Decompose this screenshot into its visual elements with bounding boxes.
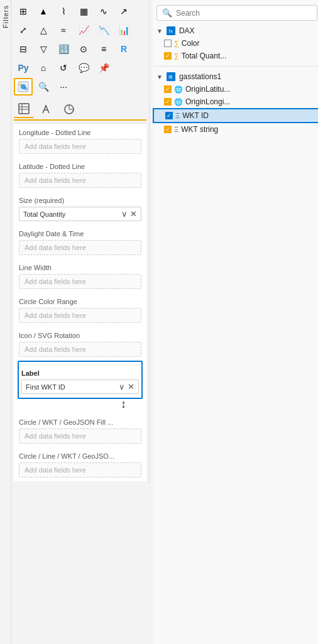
wkt-id-checkbox[interactable]: ✓ [165, 112, 173, 119]
label-actions: ∨ ✕ [119, 382, 134, 391]
color-label: Color [182, 39, 200, 48]
panel-tabs [14, 101, 146, 121]
origin-long-label: OriginLongi... [185, 97, 230, 106]
icon-grid2[interactable]: ⊟ [14, 40, 33, 58]
calc-icon: ∑ [174, 40, 179, 47]
gasstations-group-label: gasstations1 [179, 72, 221, 81]
icon-expand[interactable]: ⤢ [14, 21, 33, 39]
label-value: First WKT ID [26, 383, 119, 391]
icon-water[interactable]: ≈ [54, 21, 73, 39]
icon-funnel[interactable]: ▽ [34, 40, 53, 58]
circle-color-label: Circle Color Range [14, 293, 146, 307]
icon-line-chart[interactable]: ⌇ [54, 3, 73, 20]
icon-bar2[interactable]: 📊 [114, 21, 133, 39]
tab-format[interactable] [36, 101, 57, 118]
icon-table[interactable]: ⊞ [14, 3, 33, 20]
label-section-box: Label First WKT ID ∨ ✕ [18, 361, 143, 399]
wkt-id-item[interactable]: ✓ Ξ WKT ID [153, 108, 318, 123]
icon-bar-chart[interactable]: ▦ [74, 3, 93, 20]
icon-svg-label: Icon / SVG Rotation [14, 327, 146, 341]
origin-lat-label: OriginLatitu... [185, 85, 230, 94]
icon-home[interactable]: ⌂ [34, 59, 53, 77]
icon-list[interactable]: ≡ [94, 40, 113, 58]
icon-dots[interactable]: ··· [54, 78, 73, 96]
origin-lat-item[interactable]: ✓ 🌐 OriginLatitu... [153, 83, 318, 96]
wkt-string-item[interactable]: ✓ Ξ WKT string [153, 123, 318, 136]
size-field[interactable]: Total Quantity ∨ ✕ [19, 207, 141, 221]
icon-circle[interactable]: ⊙ [74, 40, 93, 58]
size-actions: ∨ ✕ [121, 209, 137, 219]
globe-icon2: 🌐 [174, 98, 183, 106]
total-quantity-checkbox[interactable]: ✓ [164, 52, 172, 60]
icon-selected-map[interactable] [14, 78, 33, 96]
longitude-label: Longitude - Dotted Line [14, 124, 146, 138]
size-label: Size (required) [14, 192, 146, 205]
dax-group-label: DAX [179, 26, 195, 35]
svg-rect-4 [19, 104, 29, 114]
icon-scatter[interactable]: ↗ [114, 3, 133, 20]
filters-label: Filters [2, 5, 9, 28]
icon-placeholder6 [114, 59, 133, 77]
icon-pin[interactable]: 📌 [94, 59, 113, 77]
globe-icon1: 🌐 [174, 85, 183, 94]
search-bar[interactable]: 🔍 [156, 5, 317, 21]
icon-svg-drop[interactable]: Add data fields here [19, 342, 141, 357]
gasstations-expand-icon: ▼ [156, 74, 163, 80]
label-remove[interactable]: ✕ [128, 382, 134, 391]
circle-color-drop[interactable]: Add data fields here [19, 308, 141, 323]
longitude-drop[interactable]: Add data fields here [19, 139, 141, 154]
dax-item-color[interactable]: ∑ Color [153, 37, 318, 50]
label-field[interactable]: First WKT ID ∨ ✕ [21, 379, 139, 394]
origin-long-checkbox[interactable]: ✓ [164, 98, 172, 106]
dax-group-header[interactable]: ▼ fx DAX [153, 25, 318, 37]
dax-group: ▼ fx DAX ∑ Color ✓ ∑ Total Quant... [153, 23, 318, 63]
fields-panel: 🔍 ▼ fx DAX ∑ Color ✓ ∑ Total Quant... [153, 0, 318, 644]
icon-line-down[interactable]: 📉 [94, 21, 113, 39]
origin-long-item[interactable]: ✓ 🌐 OriginLongi... [153, 96, 318, 108]
icon-python[interactable]: Py [14, 59, 33, 77]
gasstations-table-icon: ⊞ [167, 72, 175, 81]
latitude-drop[interactable]: Add data fields here [19, 173, 141, 188]
wkt-string-label: WKT string [181, 125, 218, 134]
color-checkbox[interactable] [164, 40, 172, 47]
field-icon1: Ξ [175, 112, 180, 119]
icon-mountain[interactable]: △ [34, 21, 53, 39]
icon-panel: ⊞ ▲ ⌇ ▦ ∿ ↗ ⤢ △ ≈ 📈 📉 📊 ⊟ ▽ 🔢 ⊙ ≡ R Py ⌂ [11, 0, 150, 484]
daylight-label: Daylight Date & Time [14, 225, 146, 239]
icon-area-chart[interactable]: ▲ [34, 3, 53, 20]
icon-refresh[interactable]: ↺ [54, 59, 73, 77]
wkt-string-checkbox[interactable]: ✓ [164, 126, 172, 133]
size-remove[interactable]: ✕ [130, 209, 137, 219]
wkt-id-label: WKT ID [182, 111, 209, 120]
total-quantity-label: Total Quant... [182, 52, 226, 60]
gasstations-group: ▼ ⊞ gasstations1 ✓ 🌐 OriginLatitu... ✓ 🌐… [153, 69, 318, 137]
latitude-label: Latitude - Dotted Line [14, 158, 146, 172]
label-section-label: Label [19, 364, 141, 378]
icon-search[interactable]: 🔍 [34, 78, 53, 96]
circle-line-label: Circle / Line / WKT / GeoJSO... [14, 447, 146, 461]
linewidth-drop[interactable]: Add data fields here [19, 274, 141, 289]
icon-R[interactable]: R [114, 40, 133, 58]
dax-expand-icon: ▼ [156, 28, 163, 35]
origin-lat-checkbox[interactable]: ✓ [164, 85, 172, 93]
gasstations-group-header[interactable]: ▼ ⊞ gasstations1 [153, 70, 318, 83]
tab-fields[interactable] [14, 101, 34, 118]
label-chevron[interactable]: ∨ [119, 382, 125, 391]
svg-point-2 [19, 84, 22, 86]
daylight-drop[interactable]: Add data fields here [19, 240, 141, 255]
size-value: Total Quantity [23, 210, 121, 218]
icon-line-up[interactable]: 📈 [74, 21, 93, 39]
search-input[interactable] [176, 9, 312, 18]
tab-analytics[interactable] [59, 101, 79, 118]
field-assignments: Longitude - Dotted Line Add data fields … [14, 123, 146, 481]
icon-wave[interactable]: ∿ [94, 3, 113, 20]
size-chevron[interactable]: ∨ [121, 209, 128, 219]
filters-tab[interactable]: Filters [0, 0, 11, 644]
circle-fill-drop[interactable]: Add data fields here [19, 428, 141, 444]
circle-line-drop[interactable]: Add data fields here [19, 462, 141, 478]
icon-number[interactable]: 🔢 [54, 40, 73, 58]
icon-chat[interactable]: 💬 [74, 59, 93, 77]
cursor-indicator: ↕ [14, 398, 146, 411]
dax-item-total-quantity[interactable]: ✓ ∑ Total Quant... [153, 50, 318, 62]
circle-fill-label: Circle / WKT / GeoJSON Fill ... [14, 413, 146, 427]
